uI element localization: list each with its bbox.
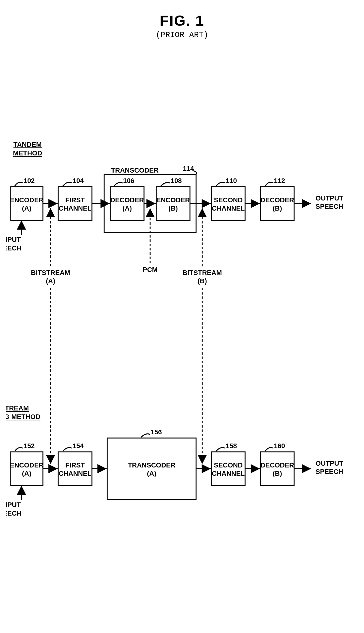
bsm-label-1: BITSTREAM [6,404,29,412]
input-r2-l1: INPUT [6,501,21,509]
enc-b-108-l1: ENCODER [156,196,190,204]
ref-114: 114 [183,165,194,172]
bsb-l1: BITSTREAM [183,269,222,276]
pcm-label: PCM [143,266,158,273]
svg-rect-1 [6,55,358,607]
sc-110-l2: CHANNEL [212,204,245,212]
figure-title: FIG. 1 [156,12,208,29]
enc-b-108-l2: (B) [169,204,178,212]
encoder-a-102-l1: ENCODER [10,196,44,204]
ref-154: 154 [73,442,84,450]
input-r2-l2: SPEECH [6,509,21,517]
output-r1-l1: OUTPUT [316,194,343,202]
sc-158-l2: CHANNEL [212,470,245,477]
input-speech-r1-l1: INPUT [6,236,21,243]
dec-a-106-l1: DECODER [110,196,144,204]
ref-104: 104 [73,177,84,185]
trans-156-l1: TRANSCODER [128,461,175,469]
output-r1-l2: SPEECH [316,203,343,210]
dec-b-160-l1: DECODER [260,461,294,469]
trans-156-l2: (A) [147,470,157,477]
fc-104-l1: FIRST [65,196,85,204]
dec-b-112-l1: DECODER [260,196,294,204]
enc-a-152-l2: (A) [22,470,32,477]
tandem-method-line1: TANDEM [13,141,42,148]
bsa-l2: (A) [46,277,55,285]
sc-158-l1: SECOND [214,461,243,469]
ref-160: 160 [274,442,285,450]
ref-110: 110 [226,177,237,185]
fc-154-l1: FIRST [65,461,85,469]
ref-102: 102 [24,177,35,185]
tandem-method-line2: METHOD [13,149,42,157]
bsa-l1: BITSTREAM [31,269,70,276]
figure-title-block: FIG. 1 (PRIOR ART) [156,12,208,40]
sc-110-l1: SECOND [214,196,243,204]
ref-106: 106 [123,177,135,185]
bsb-l2: (B) [198,277,207,285]
bsm-label-2: MAPPING METHOD [6,413,40,421]
dec-a-106-l2: (A) [123,204,132,212]
diagram: TANDEM METHOD INPUT SPEECH ENCODER TANDE… [6,55,358,607]
figure-subtitle: (PRIOR ART) [156,30,208,40]
transcoder-title: TRANSCODER [111,166,158,174]
enc-a-152-l1: ENCODER [10,461,44,469]
dec-b-112-l2: (B) [273,204,282,212]
fc-154-l2: CHANNEL [59,470,92,477]
fc-104-l2: CHANNEL [59,204,92,212]
ref-152: 152 [24,442,35,450]
ref-112: 112 [274,177,285,185]
output-r2-l1: OUTPUT [316,459,343,467]
ref-108: 108 [171,177,182,185]
dec-b-160-l2: (B) [273,470,282,477]
ref-156: 156 [151,428,162,436]
output-r2-l2: SPEECH [316,468,343,475]
ref-158: 158 [226,442,237,450]
encoder-a-102-l2: (A) [22,204,32,212]
input-speech-r1-l2: SPEECH [6,244,21,252]
